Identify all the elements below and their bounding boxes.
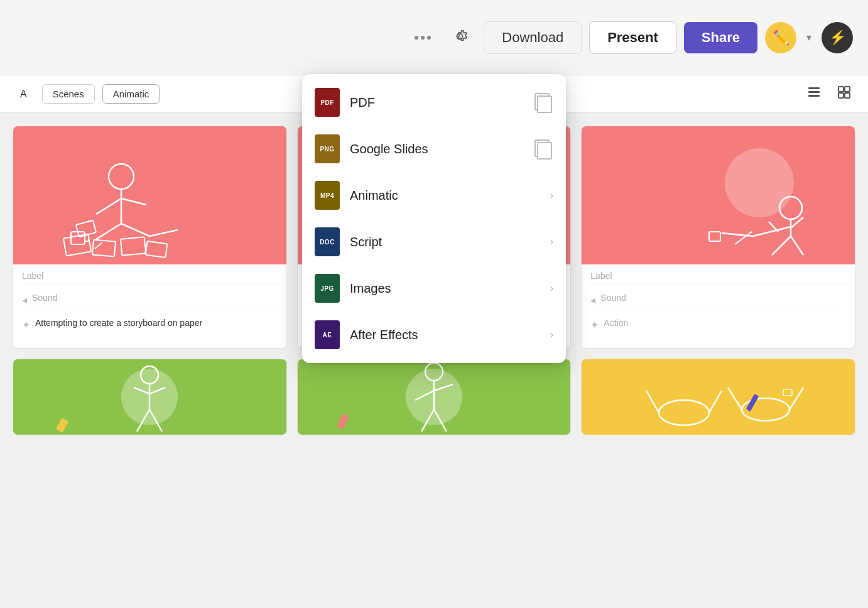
svg-line-13 (149, 230, 178, 236)
after-effects-label: After Effects (350, 328, 540, 342)
card-sound-1: ◂ Sound (22, 289, 278, 310)
animatic-chevron: › (550, 190, 553, 201)
card-label-1: Label (22, 271, 278, 285)
svg-rect-4 (845, 87, 850, 92)
download-button[interactable]: Download (484, 21, 582, 54)
script-right: › (550, 236, 553, 247)
svg-rect-16 (121, 237, 146, 255)
svg-line-12 (121, 224, 149, 236)
pdf-icon: PDF (315, 88, 340, 117)
svg-line-66 (728, 388, 742, 410)
settings-button[interactable] (443, 20, 476, 55)
doc-icon: DOC (315, 227, 340, 256)
svg-rect-45 (709, 232, 720, 241)
images-chevron: › (550, 283, 553, 294)
svg-rect-1 (808, 91, 820, 93)
present-button[interactable]: Present (589, 21, 676, 54)
user-avatar[interactable]: ✏️ (765, 22, 796, 53)
jpg-icon: JPG (315, 274, 340, 303)
toolbar-label: A (13, 89, 35, 100)
scenes-button[interactable]: Scenes (42, 84, 95, 104)
scenes-label: Scenes (53, 89, 84, 99)
svg-rect-17 (146, 241, 168, 258)
svg-line-43 (772, 236, 791, 255)
share-label: Share (702, 30, 740, 45)
menu-item-pdf[interactable]: PDF PDF (302, 79, 566, 126)
svg-point-62 (659, 400, 709, 425)
svg-line-19 (95, 242, 102, 249)
card-action-3: ✦ Action (590, 314, 846, 335)
list-view-icon (806, 89, 822, 102)
slides-right (534, 139, 553, 158)
header: Download Present Share ✏️ ▾ ⚡ (0, 0, 868, 75)
share-button[interactable]: Share (684, 22, 757, 53)
menu-item-animatic[interactable]: MP4 Animatic › (302, 172, 566, 219)
ae-icon: AE (315, 320, 340, 349)
card-fields-1: Label ◂ Sound ✦ Attempting to create a s… (13, 264, 286, 341)
card-image-6 (582, 359, 855, 435)
sound-icon-1: ◂ (22, 294, 27, 306)
images-label: Images (350, 281, 540, 296)
svg-rect-6 (845, 93, 850, 98)
grid-view-icon (837, 89, 852, 102)
svg-point-35 (725, 148, 794, 217)
card-fields-3: Label ◂ Sound ✦ Action (582, 264, 855, 341)
more-options-button[interactable] (410, 31, 436, 45)
action-text-3: Action (604, 318, 628, 328)
storyboard-card-1: Label ◂ Sound ✦ Attempting to create a s… (13, 126, 287, 349)
svg-line-38 (753, 227, 791, 236)
pdf-label: PDF (350, 95, 524, 110)
storyboard-card-6 (581, 359, 855, 435)
svg-point-7 (109, 164, 134, 189)
svg-rect-61 (337, 414, 349, 429)
svg-rect-5 (838, 93, 844, 98)
chevron-down-icon: ▾ (806, 32, 811, 43)
svg-line-11 (96, 224, 121, 239)
animatic-label: Animatic (350, 188, 540, 203)
menu-item-images[interactable]: JPG Images › (302, 265, 566, 312)
download-label: Download (502, 30, 563, 45)
action-text-1: Attempting to create a storyboard on pap… (35, 318, 202, 328)
mp4-icon: MP4 (315, 181, 340, 210)
animatic-button[interactable]: Animatic (102, 84, 160, 104)
svg-line-9 (96, 198, 121, 214)
present-label: Present (607, 30, 658, 45)
svg-line-10 (121, 198, 146, 205)
card-image-3 (582, 126, 855, 264)
download-dropdown: PDF PDF PNG Google Slides MP4 Animatic (302, 74, 566, 363)
svg-line-63 (646, 391, 659, 413)
animatic-label: Animatic (113, 89, 149, 99)
menu-item-script[interactable]: DOC Script › (302, 219, 566, 265)
storyboard-card-3: Label ◂ Sound ✦ Action (581, 126, 855, 349)
menu-item-after-effects[interactable]: AE After Effects › (302, 312, 566, 358)
pdf-right (534, 93, 553, 112)
ae-right: › (550, 329, 553, 340)
svg-rect-53 (56, 418, 68, 432)
grid-view-button[interactable] (833, 81, 855, 107)
dropdown-arrow (426, 74, 442, 75)
card-image-4 (13, 359, 286, 435)
sound-text-3: Sound (600, 293, 626, 303)
svg-rect-3 (838, 87, 844, 92)
lightning-icon: ⚡ (829, 30, 846, 46)
google-slides-label: Google Slides (350, 142, 524, 156)
storyboard-card-4 (13, 359, 287, 435)
avatar-dropdown-button[interactable]: ▾ (804, 29, 814, 46)
card-image-5 (298, 359, 571, 435)
svg-line-42 (791, 236, 803, 255)
card-sound-3: ◂ Sound (590, 289, 846, 310)
svg-rect-68 (783, 389, 792, 396)
list-view-button[interactable] (803, 81, 825, 107)
png-icon: PNG (315, 134, 340, 163)
svg-line-44 (734, 232, 754, 244)
sound-text-1: Sound (32, 293, 57, 303)
card-image-1 (13, 126, 286, 264)
action-icon-3: ✦ (590, 319, 599, 331)
menu-item-google-slides[interactable]: PNG Google Slides (302, 126, 566, 172)
slides-pages-icon (534, 139, 553, 158)
images-right: › (550, 283, 553, 294)
sound-icon-3: ◂ (590, 294, 595, 306)
lightning-button[interactable]: ⚡ (822, 22, 853, 53)
action-icon-1: ✦ (22, 319, 30, 331)
animatic-right: › (550, 190, 553, 201)
